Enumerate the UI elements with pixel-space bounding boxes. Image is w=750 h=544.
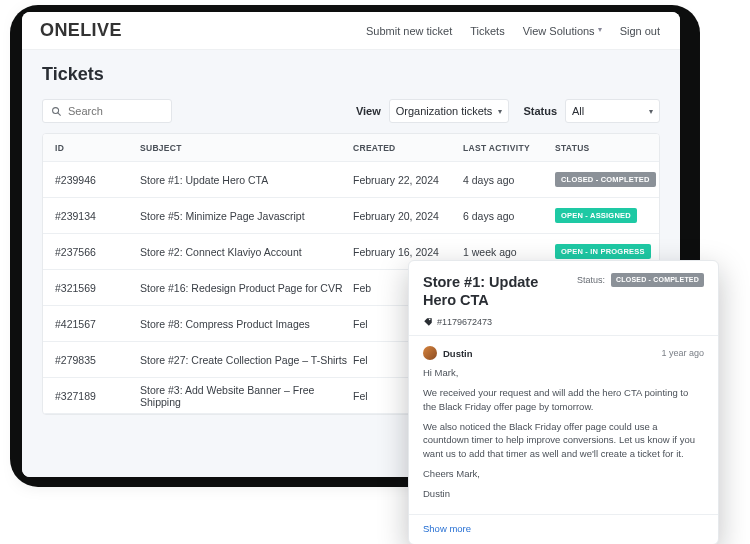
cell-status: CLOSED - COMPLETED: [555, 172, 647, 187]
svg-line-1: [58, 112, 61, 115]
message-timestamp: 1 year ago: [661, 348, 704, 358]
top-nav: Submit new ticket Tickets View Solutions…: [366, 25, 660, 37]
cell-id: #321569: [55, 282, 140, 294]
message-line: We also noticed the Black Friday offer p…: [423, 420, 704, 461]
cell-subject: Store #27: Create Collection Page – T-Sh…: [140, 354, 353, 366]
cell-subject: Store #8: Compress Product Images: [140, 318, 353, 330]
ticket-icon: [423, 317, 433, 327]
cell-id: #421567: [55, 318, 140, 330]
col-activity: LAST ACTIVITY: [463, 143, 555, 153]
cell-id: #327189: [55, 390, 140, 402]
col-subject: SUBJECT: [140, 143, 353, 153]
message-line: Dustin: [423, 487, 704, 501]
cell-id: #239946: [55, 174, 140, 186]
chevron-down-icon: ▾: [649, 107, 653, 116]
cell-id: #237566: [55, 246, 140, 258]
table-header: ID SUBJECT CREATED LAST ACTIVITY STATUS: [43, 134, 659, 162]
detail-message: Dustin 1 year ago Hi Mark, We received y…: [409, 336, 718, 514]
search-input[interactable]: [68, 105, 163, 117]
status-select[interactable]: All ▾: [565, 99, 660, 123]
cell-subject: Store #1: Update Hero CTA: [140, 174, 353, 186]
cell-subject: Store #3: Add Website Banner – Free Ship…: [140, 384, 353, 408]
message-author: Dustin: [443, 348, 473, 359]
chevron-down-icon: ▾: [598, 25, 602, 34]
view-select[interactable]: Organization tickets ▾: [389, 99, 510, 123]
col-status: STATUS: [555, 143, 647, 153]
nav-solutions-label: View Solutions: [523, 25, 595, 37]
message-header: Dustin 1 year ago: [423, 346, 704, 360]
table-row[interactable]: #239134Store #5: Minimize Page Javascrip…: [43, 198, 659, 234]
cell-created: February 16, 2024: [353, 246, 463, 258]
show-more-link[interactable]: Show more: [409, 514, 718, 544]
message-line: Hi Mark,: [423, 366, 704, 380]
view-select-value: Organization tickets: [396, 105, 493, 117]
col-created: CREATED: [353, 143, 463, 153]
detail-header: Store #1: Update Hero CTA Status: CLOSED…: [409, 261, 718, 317]
view-label: View: [356, 105, 381, 117]
message-line: Cheers Mark,: [423, 467, 704, 481]
nav-submit-ticket[interactable]: Submit new ticket: [366, 25, 452, 37]
chevron-down-icon: ▾: [498, 107, 502, 116]
detail-status: Status: CLOSED - COMPLETED: [577, 273, 704, 287]
message-body: Hi Mark, We received your request and wi…: [423, 366, 704, 500]
col-id: ID: [55, 143, 140, 153]
detail-meta: #1179672473: [409, 317, 718, 335]
cell-created: February 20, 2024: [353, 210, 463, 222]
nav-tickets[interactable]: Tickets: [470, 25, 504, 37]
brand-logo: ONELIVE: [40, 20, 122, 41]
nav-signout[interactable]: Sign out: [620, 25, 660, 37]
avatar: [423, 346, 437, 360]
cell-id: #279835: [55, 354, 140, 366]
detail-title: Store #1: Update Hero CTA: [423, 273, 567, 309]
cell-subject: Store #5: Minimize Page Javascript: [140, 210, 353, 222]
cell-id: #239134: [55, 210, 140, 222]
table-row[interactable]: #239946Store #1: Update Hero CTAFebruary…: [43, 162, 659, 198]
status-badge: OPEN - IN PROGRESS: [555, 244, 651, 259]
cell-created: February 22, 2024: [353, 174, 463, 186]
cell-subject: Store #2: Connect Klaviyo Account: [140, 246, 353, 258]
topbar: ONELIVE Submit new ticket Tickets View S…: [22, 12, 680, 50]
cell-subject: Store #16: Redesign Product Page for CVR: [140, 282, 353, 294]
svg-point-0: [53, 107, 59, 113]
list-toolbar: View Organization tickets ▾ Status All ▾: [42, 99, 660, 123]
search-icon: [51, 106, 62, 117]
status-badge: OPEN - ASSIGNED: [555, 208, 637, 223]
cell-status: OPEN - ASSIGNED: [555, 208, 647, 223]
ticket-detail-panel: Store #1: Update Hero CTA Status: CLOSED…: [408, 260, 719, 544]
status-badge: CLOSED - COMPLETED: [611, 273, 704, 287]
cell-activity: 1 week ago: [463, 246, 555, 258]
page-title: Tickets: [42, 64, 660, 85]
cell-status: OPEN - IN PROGRESS: [555, 244, 647, 259]
cell-activity: 4 days ago: [463, 174, 555, 186]
detail-ticket-number: #1179672473: [437, 317, 492, 327]
status-label: Status: [523, 105, 557, 117]
search-box[interactable]: [42, 99, 172, 123]
cell-activity: 6 days ago: [463, 210, 555, 222]
nav-solutions[interactable]: View Solutions ▾: [523, 25, 602, 37]
detail-status-label: Status:: [577, 275, 605, 285]
status-badge: CLOSED - COMPLETED: [555, 172, 656, 187]
message-line: We received your request and will add th…: [423, 386, 704, 414]
status-select-value: All: [572, 105, 584, 117]
